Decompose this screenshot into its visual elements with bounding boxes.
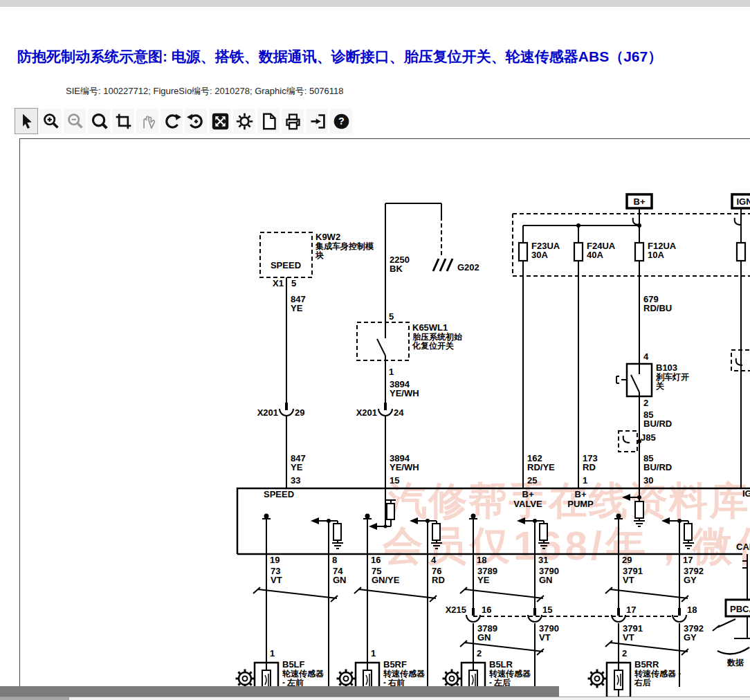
pin-number: 4 <box>431 555 437 565</box>
data-link-label: 数据 <box>726 658 744 667</box>
sensor-id: B5RF <box>383 659 407 670</box>
wire-color: VT <box>539 632 551 643</box>
sensor-id: B5LF <box>282 659 305 670</box>
g202-ground-icon <box>433 259 452 271</box>
fuse-rating: 40A <box>587 250 603 260</box>
pin-number: 2 <box>622 648 627 658</box>
connector-id: X201 <box>257 407 278 418</box>
connector-id: X1 <box>273 278 284 288</box>
fit-screen-icon[interactable] <box>209 109 231 133</box>
page-title: 防抱死制动系统示意图: 电源、搭铁、数据通讯、诊断接口、胎压复位开关、轮速传感器… <box>17 47 662 66</box>
exit-icon[interactable] <box>306 109 328 133</box>
wire-color: YE/WH <box>390 388 419 398</box>
svg-text:?: ? <box>338 116 345 127</box>
pin-number: 5 <box>291 278 296 288</box>
twisted-pair-icons <box>253 587 735 655</box>
junction-dot <box>637 223 641 228</box>
connector-id: X201 <box>356 407 377 418</box>
wire-color: YE/WH <box>390 462 419 472</box>
pin-number: 2 <box>643 398 648 408</box>
module-pin-function: SPEED <box>264 489 294 499</box>
component-id: K9W2 <box>315 232 340 242</box>
k65wl1-switch <box>377 324 385 360</box>
k65wl1-box <box>357 322 409 360</box>
crop-icon[interactable] <box>112 109 134 133</box>
refresh-icon[interactable] <box>161 109 183 133</box>
pin-number: 1 <box>270 648 275 658</box>
component-id: K65WL1 <box>412 322 448 333</box>
k9w2-box <box>260 232 312 277</box>
sensor-desc: 转速传感器 <box>383 669 425 679</box>
window-top-bar <box>0 0 750 7</box>
wire-color: RD <box>432 575 445 585</box>
b103-switch <box>631 364 639 396</box>
wire-color: RD/YE <box>527 462 555 472</box>
scrollbar-thumb[interactable] <box>0 697 69 700</box>
pin-number: 1 <box>389 367 394 377</box>
j85-box <box>619 431 637 452</box>
pin-number: 16 <box>482 605 491 615</box>
pin-number: 15 <box>390 475 399 486</box>
abs-schematic: B+ IGN F23UA 30A F24UA 40A F12UA 10A K9W… <box>20 139 750 700</box>
component-id: B103 <box>656 362 677 373</box>
module-internal-pin30 <box>622 494 645 526</box>
pin-number: 33 <box>291 475 300 486</box>
ground-id: G202 <box>457 262 479 273</box>
pin-number: 8 <box>332 555 337 565</box>
component-desc: 关 <box>655 381 664 391</box>
b-plus-label: B+ <box>634 196 646 207</box>
pin-number: 19 <box>270 555 280 565</box>
wire-color: RD <box>583 462 596 472</box>
pin-number: 24 <box>394 407 404 418</box>
sensor-desc: 右后 <box>634 678 651 688</box>
fuse-rating: 30A <box>531 250 548 260</box>
zoom-in-icon[interactable] <box>39 109 62 133</box>
sensor-desc: 转速传感器 <box>488 669 531 679</box>
horizontal-scrollbar[interactable] <box>0 697 750 700</box>
fuse-rating: 10A <box>648 250 664 260</box>
module-internal-pin15 <box>369 500 396 530</box>
wire-color: VT <box>271 575 282 585</box>
component-desc: 块 <box>315 250 324 260</box>
b103-actuator <box>616 376 626 383</box>
settings-sun-icon[interactable] <box>233 109 255 133</box>
wire-color: YE <box>291 462 303 472</box>
zoom-out-icon[interactable] <box>64 109 86 133</box>
help-icon[interactable]: ? <box>330 109 352 133</box>
wire-color: VT <box>623 632 634 643</box>
rotate-add-icon[interactable] <box>185 109 207 133</box>
component-desc: 刹车灯开 <box>655 372 689 382</box>
wires <box>266 203 750 697</box>
module-pin-function: IG1 <box>742 488 750 499</box>
pin-number: 5 <box>389 311 394 322</box>
schematic-viewport[interactable]: 汽修帮手在线资料库 会员仅168/年，微信 <box>19 138 750 700</box>
pin-number: 18 <box>687 605 697 615</box>
document-icon[interactable] <box>257 109 280 133</box>
component-desc: 化复位开关 <box>412 341 454 351</box>
wire-color: BU/RD <box>643 418 672 429</box>
toolbar: ? <box>15 109 352 133</box>
sensor-id: B5LR <box>489 659 513 670</box>
wire-color: YE <box>291 303 303 313</box>
pin-number: 2 <box>477 648 482 658</box>
pan-hand-icon[interactable] <box>136 109 158 133</box>
print-icon[interactable] <box>282 109 304 133</box>
sensor-desc: 转速传感器 - <box>634 669 681 679</box>
module-pin-function: PUMP <box>567 499 594 509</box>
component-boxes <box>237 194 750 697</box>
pin-number: 30 <box>643 475 653 486</box>
pin-number: 16 <box>371 555 381 565</box>
magnifier-icon[interactable] <box>88 109 110 133</box>
ign-label: IGN <box>736 196 750 207</box>
sensor-id: B5RR <box>634 659 659 670</box>
pin-number: 31 <box>538 555 548 565</box>
module-pin-function: VALVE <box>513 499 542 509</box>
wire-color: GN/YE <box>372 575 400 585</box>
module-pin-function: B+ <box>575 489 587 499</box>
overlay-bar <box>0 686 559 697</box>
module-internal-assemblies <box>311 517 694 554</box>
splice-id: J85 <box>641 432 656 443</box>
pin-number: 1 <box>583 475 587 486</box>
cursor-icon[interactable] <box>15 109 37 133</box>
wire-color: GY <box>684 632 697 643</box>
